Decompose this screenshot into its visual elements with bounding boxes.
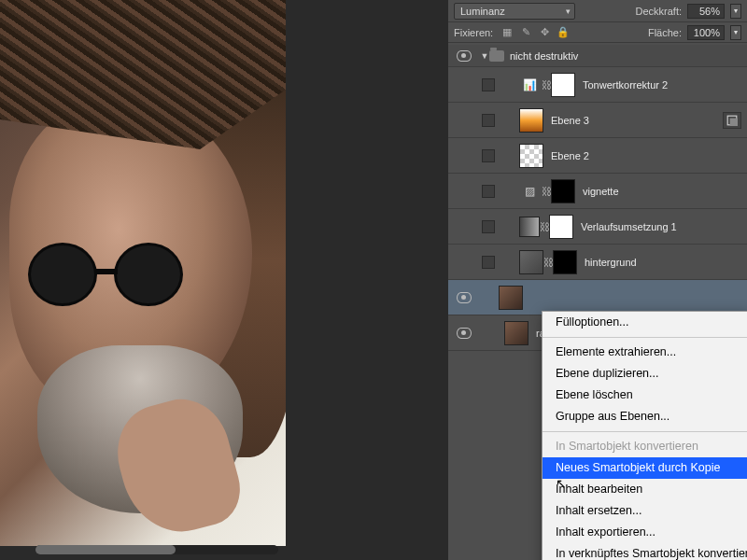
opacity-stepper[interactable]: ▾: [730, 4, 741, 19]
opacity-label: Deckkraft:: [635, 6, 682, 17]
lock-pixels-icon[interactable]: ✎: [519, 26, 532, 39]
mouse-cursor-icon: ↖: [556, 476, 567, 491]
menu-item-delete-layer[interactable]: Ebene löschen: [543, 385, 747, 406]
canvas-area[interactable]: [0, 0, 448, 560]
layer-mask-thumb[interactable]: [549, 215, 573, 239]
fill-stepper[interactable]: ▾: [730, 25, 741, 40]
fill-label: Fläche:: [648, 27, 682, 38]
menu-item-extract-elements[interactable]: Elemente extrahieren...: [543, 342, 747, 363]
layer-name-label: Ebene 3: [551, 115, 589, 126]
visibility-toggle[interactable]: [457, 50, 472, 62]
layer-row[interactable]: ⛓ Verlaufsumsetzung 1: [448, 209, 747, 245]
lock-transparency-icon[interactable]: ▦: [500, 26, 514, 39]
menu-item-new-smartobject-via-copy[interactable]: Neues Smartobjekt durch Kopie: [543, 457, 747, 479]
visibility-toggle[interactable]: [457, 292, 472, 303]
layer-row[interactable]: 📊 ⛓ Tonwertkorrektur 2: [448, 67, 747, 103]
layer-name-label: vignette: [583, 186, 619, 197]
menu-item-export-contents[interactable]: Inhalt exportieren...: [543, 522, 747, 543]
svg-rect-1: [730, 118, 738, 125]
layer-checkbox[interactable]: [482, 256, 495, 269]
smart-object-thumb[interactable]: [499, 286, 523, 310]
layer-name-label: Tonwertkorrektur 2: [583, 79, 668, 91]
menu-separator: [543, 431, 747, 432]
layer-thumb[interactable]: [519, 144, 543, 168]
layer-context-menu: Fülloptionen... Elemente extrahieren... …: [542, 311, 747, 560]
layer-checkbox[interactable]: [482, 114, 495, 127]
link-icon[interactable]: ⛓: [540, 221, 549, 232]
layer-name-label: Verlaufsumsetzung 1: [581, 221, 677, 232]
menu-separator: [543, 337, 747, 338]
layer-mask-thumb[interactable]: [551, 179, 575, 203]
menu-item-replace-contents[interactable]: Inhalt ersetzen...: [543, 500, 747, 522]
disclosure-triangle-icon[interactable]: ▼: [480, 51, 489, 61]
menu-item-fill-options[interactable]: Fülloptionen...: [543, 312, 747, 333]
layer-row[interactable]: Ebene 2: [448, 138, 747, 174]
layer-thumb[interactable]: [519, 108, 543, 133]
menu-item-edit-contents[interactable]: Inhalt bearbeiten: [543, 479, 747, 500]
layer-mask-thumb[interactable]: [551, 73, 575, 97]
folder-icon: [489, 50, 504, 62]
menu-item-group-from-layers[interactable]: Gruppe aus Ebenen...: [543, 406, 747, 427]
layer-name-label: Ebene 2: [551, 150, 589, 161]
layer-effects-icon[interactable]: [723, 112, 741, 129]
lock-label: Fixieren:: [454, 27, 493, 38]
opacity-field[interactable]: 56%: [687, 4, 725, 19]
horizontal-scrollbar[interactable]: [35, 545, 278, 554]
lock-position-icon[interactable]: ✥: [538, 26, 551, 39]
layer-thumb[interactable]: [519, 250, 543, 274]
menu-item-convert-smartobject: In Smartobjekt konvertieren: [543, 436, 747, 457]
levels-adjustment-icon: 📊: [519, 75, 540, 95]
gradient-map-icon: [519, 217, 540, 237]
document-canvas[interactable]: [0, 0, 286, 546]
gradient-fill-icon: ▨: [519, 181, 540, 202]
menu-item-convert-linked-smartobject[interactable]: In verknüpftes Smartobjekt konvertieren: [543, 543, 747, 560]
visibility-toggle[interactable]: [457, 328, 472, 339]
menu-item-duplicate-layer[interactable]: Ebene duplizieren...: [543, 363, 747, 385]
link-icon[interactable]: ⛓: [543, 257, 553, 268]
layer-name-label: hintergrund: [585, 257, 637, 268]
layer-checkbox[interactable]: [482, 149, 495, 162]
layer-checkbox[interactable]: [482, 78, 495, 91]
layer-checkbox[interactable]: [482, 185, 495, 198]
layer-row[interactable]: Ebene 3: [448, 103, 747, 138]
lock-all-icon[interactable]: 🔒: [557, 26, 570, 39]
blend-mode-value: Luminanz: [460, 6, 505, 17]
layer-group-row[interactable]: ▼ nicht destruktiv: [448, 45, 747, 67]
layer-row[interactable]: ▨ ⛓ vignette: [448, 174, 747, 209]
fill-field[interactable]: 100%: [687, 25, 725, 40]
smart-object-thumb[interactable]: [504, 321, 529, 345]
layer-mask-thumb[interactable]: [553, 250, 577, 274]
link-icon[interactable]: ⛓: [542, 79, 551, 91]
layer-checkbox[interactable]: [482, 220, 495, 233]
group-name: nicht destruktiv: [510, 50, 578, 62]
link-icon[interactable]: ⛓: [542, 186, 551, 197]
layer-row[interactable]: ⛓ hintergrund: [448, 245, 747, 280]
blend-mode-dropdown[interactable]: Luminanz: [454, 3, 575, 20]
